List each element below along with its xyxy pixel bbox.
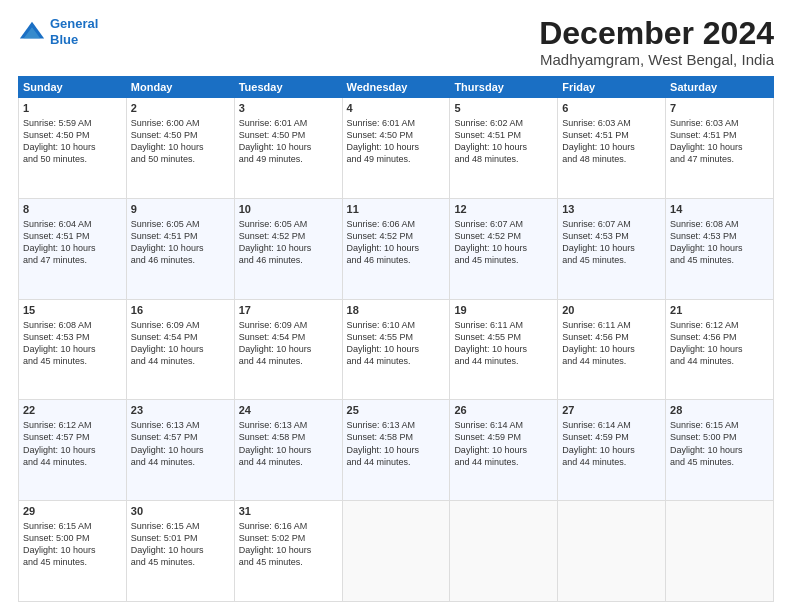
calendar-cell: 20Sunrise: 6:11 AMSunset: 4:56 PMDayligh… (558, 299, 666, 400)
calendar-cell: 12Sunrise: 6:07 AMSunset: 4:52 PMDayligh… (450, 198, 558, 299)
calendar-cell: 10Sunrise: 6:05 AMSunset: 4:52 PMDayligh… (234, 198, 342, 299)
calendar-row-1: 1Sunrise: 5:59 AMSunset: 4:50 PMDaylight… (19, 98, 774, 199)
calendar-cell: 15Sunrise: 6:08 AMSunset: 4:53 PMDayligh… (19, 299, 127, 400)
logo: General Blue (18, 16, 98, 47)
calendar-cell: 27Sunrise: 6:14 AMSunset: 4:59 PMDayligh… (558, 400, 666, 501)
calendar-cell (342, 501, 450, 602)
logo-icon (18, 18, 46, 46)
calendar-cell: 6Sunrise: 6:03 AMSunset: 4:51 PMDaylight… (558, 98, 666, 199)
calendar-cell: 3Sunrise: 6:01 AMSunset: 4:50 PMDaylight… (234, 98, 342, 199)
calendar-cell: 29Sunrise: 6:15 AMSunset: 5:00 PMDayligh… (19, 501, 127, 602)
calendar-cell: 5Sunrise: 6:02 AMSunset: 4:51 PMDaylight… (450, 98, 558, 199)
calendar-cell: 9Sunrise: 6:05 AMSunset: 4:51 PMDaylight… (126, 198, 234, 299)
calendar-cell: 11Sunrise: 6:06 AMSunset: 4:52 PMDayligh… (342, 198, 450, 299)
calendar-cell: 23Sunrise: 6:13 AMSunset: 4:57 PMDayligh… (126, 400, 234, 501)
calendar-row-4: 22Sunrise: 6:12 AMSunset: 4:57 PMDayligh… (19, 400, 774, 501)
calendar-cell: 28Sunrise: 6:15 AMSunset: 5:00 PMDayligh… (666, 400, 774, 501)
logo-text: General Blue (50, 16, 98, 47)
main-title: December 2024 (539, 16, 774, 51)
calendar-cell: 31Sunrise: 6:16 AMSunset: 5:02 PMDayligh… (234, 501, 342, 602)
subtitle: Madhyamgram, West Bengal, India (539, 51, 774, 68)
title-block: December 2024 Madhyamgram, West Bengal, … (539, 16, 774, 68)
calendar-cell: 19Sunrise: 6:11 AMSunset: 4:55 PMDayligh… (450, 299, 558, 400)
col-monday: Monday (126, 77, 234, 98)
col-wednesday: Wednesday (342, 77, 450, 98)
logo-line2: Blue (50, 32, 78, 47)
calendar-cell: 21Sunrise: 6:12 AMSunset: 4:56 PMDayligh… (666, 299, 774, 400)
calendar-row-5: 29Sunrise: 6:15 AMSunset: 5:00 PMDayligh… (19, 501, 774, 602)
page: General Blue December 2024 Madhyamgram, … (0, 0, 792, 612)
calendar-cell: 30Sunrise: 6:15 AMSunset: 5:01 PMDayligh… (126, 501, 234, 602)
calendar-cell: 22Sunrise: 6:12 AMSunset: 4:57 PMDayligh… (19, 400, 127, 501)
col-sunday: Sunday (19, 77, 127, 98)
calendar-table: Sunday Monday Tuesday Wednesday Thursday… (18, 76, 774, 602)
calendar-cell: 24Sunrise: 6:13 AMSunset: 4:58 PMDayligh… (234, 400, 342, 501)
calendar-cell: 8Sunrise: 6:04 AMSunset: 4:51 PMDaylight… (19, 198, 127, 299)
calendar-cell: 13Sunrise: 6:07 AMSunset: 4:53 PMDayligh… (558, 198, 666, 299)
calendar-cell: 25Sunrise: 6:13 AMSunset: 4:58 PMDayligh… (342, 400, 450, 501)
calendar-cell: 26Sunrise: 6:14 AMSunset: 4:59 PMDayligh… (450, 400, 558, 501)
calendar-cell: 18Sunrise: 6:10 AMSunset: 4:55 PMDayligh… (342, 299, 450, 400)
calendar-cell: 7Sunrise: 6:03 AMSunset: 4:51 PMDaylight… (666, 98, 774, 199)
calendar-cell (450, 501, 558, 602)
calendar-row-3: 15Sunrise: 6:08 AMSunset: 4:53 PMDayligh… (19, 299, 774, 400)
calendar-cell (666, 501, 774, 602)
calendar-cell (558, 501, 666, 602)
calendar-cell: 4Sunrise: 6:01 AMSunset: 4:50 PMDaylight… (342, 98, 450, 199)
calendar-cell: 2Sunrise: 6:00 AMSunset: 4:50 PMDaylight… (126, 98, 234, 199)
calendar-header-row: Sunday Monday Tuesday Wednesday Thursday… (19, 77, 774, 98)
col-saturday: Saturday (666, 77, 774, 98)
calendar-cell: 16Sunrise: 6:09 AMSunset: 4:54 PMDayligh… (126, 299, 234, 400)
calendar-cell: 1Sunrise: 5:59 AMSunset: 4:50 PMDaylight… (19, 98, 127, 199)
col-tuesday: Tuesday (234, 77, 342, 98)
col-thursday: Thursday (450, 77, 558, 98)
calendar-cell: 14Sunrise: 6:08 AMSunset: 4:53 PMDayligh… (666, 198, 774, 299)
col-friday: Friday (558, 77, 666, 98)
calendar-cell: 17Sunrise: 6:09 AMSunset: 4:54 PMDayligh… (234, 299, 342, 400)
logo-line1: General (50, 16, 98, 31)
header: General Blue December 2024 Madhyamgram, … (18, 16, 774, 68)
calendar-row-2: 8Sunrise: 6:04 AMSunset: 4:51 PMDaylight… (19, 198, 774, 299)
